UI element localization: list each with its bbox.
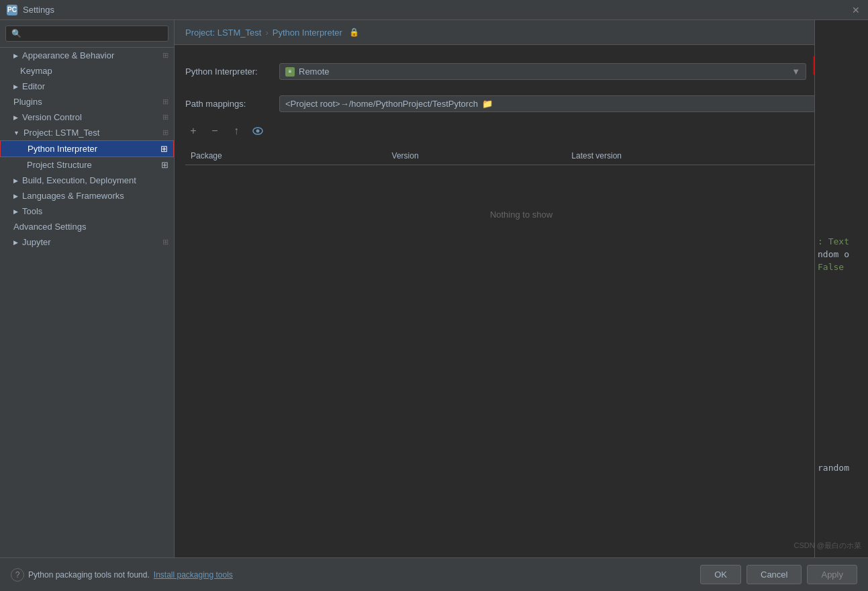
bottom-left: ? Python packaging tools not found. Inst…	[11, 568, 233, 582]
sidebar: ▶ Appearance & Behavior ⊞ Keymap ▶ Edito…	[0, 20, 175, 557]
sidebar-item-appearance-behavior[interactable]: ▶ Appearance & Behavior ⊞	[0, 48, 174, 63]
toggle-eye-button[interactable]	[250, 123, 266, 139]
search-input[interactable]	[5, 26, 168, 42]
pin-icon: ⊞	[162, 113, 168, 122]
pin-icon: ⊞	[162, 97, 168, 106]
search-box	[0, 20, 174, 48]
sidebar-item-label: Plugins	[13, 97, 160, 107]
app-icon: PC	[7, 5, 17, 15]
interpreter-type: Remote	[299, 66, 330, 77]
sidebar-item-languages-frameworks[interactable]: ▶ Languages & Frameworks	[0, 188, 174, 203]
sidebar-item-project-lstm[interactable]: ▼ Project: LSTM_Test ⊞	[0, 125, 174, 140]
sidebar-item-build-execution[interactable]: ▶ Build, Execution, Deployment	[0, 173, 174, 188]
code-line-4: random	[815, 461, 868, 474]
sidebar-item-jupyter[interactable]: ▶ Jupyter ⊞	[0, 234, 174, 250]
col-latest-version: Latest version	[566, 147, 857, 165]
add-package-button[interactable]: +	[185, 123, 201, 139]
sidebar-item-label: Editor	[22, 81, 168, 91]
sidebar-item-version-control[interactable]: ▶ Version Control ⊞	[0, 109, 174, 125]
expand-arrow: ▶	[13, 52, 18, 59]
folder-icon[interactable]: 📁	[482, 99, 493, 109]
main-layout: ▶ Appearance & Behavior ⊞ Keymap ▶ Edito…	[0, 20, 868, 557]
content-area: Project: LSTM_Test › Python Interpreter …	[175, 20, 868, 557]
sidebar-item-label: Languages & Frameworks	[22, 191, 168, 201]
path-mappings-row: Path mappings: <Project root>→/home/Pyth…	[185, 95, 857, 112]
sidebar-item-project-structure[interactable]: Project Structure ⊞	[0, 157, 174, 173]
window-title: Settings	[23, 5, 54, 15]
sidebar-item-label: Python Interpreter	[28, 144, 158, 154]
path-value: <Project root>→/home/PythonProject/TestP…	[285, 99, 478, 109]
dropdown-arrow-icon: ▼	[791, 66, 800, 77]
expand-arrow: ▼	[13, 130, 19, 136]
code-peek-panel: : Text ndom o False random	[814, 20, 868, 557]
remove-package-button[interactable]: −	[207, 123, 223, 139]
ok-button[interactable]: OK	[700, 565, 741, 584]
cancel-button[interactable]: Cancel	[746, 565, 802, 584]
expand-arrow: ▶	[13, 239, 18, 246]
interpreter-content: Python Interpreter: ≡ Remote ▼ Add... Sh…	[175, 45, 868, 557]
col-package: Package	[185, 147, 387, 165]
breadcrumb-page: Python Interpreter	[273, 28, 342, 38]
sidebar-item-editor[interactable]: ▶ Editor	[0, 79, 174, 94]
expand-arrow: ▶	[13, 193, 18, 199]
sidebar-item-label: Keymap	[20, 66, 168, 76]
sidebar-item-plugins[interactable]: Plugins ⊞	[0, 94, 174, 109]
code-line-3: False	[815, 261, 868, 273]
sidebar-item-label: Project Structure	[27, 160, 158, 170]
pin-icon: ⊞	[162, 128, 168, 137]
sidebar-item-label: Advanced Settings	[13, 222, 168, 232]
sidebar-item-label: Tools	[22, 206, 168, 216]
pin-icon: ⊞	[160, 144, 168, 154]
sidebar-item-advanced-settings[interactable]: Advanced Settings	[0, 219, 174, 234]
expand-arrow: ▶	[13, 177, 18, 184]
sidebar-item-label: Appearance & Behavior	[22, 50, 160, 60]
interpreter-dropdown[interactable]: ≡ Remote ▼	[279, 63, 806, 80]
install-link[interactable]: Install packaging tools	[154, 570, 233, 580]
code-line-2: ndom o	[815, 248, 868, 261]
breadcrumb-separator: ›	[265, 28, 268, 38]
sidebar-item-label: Jupyter	[22, 237, 160, 247]
interpreter-field-row: Python Interpreter: ≡ Remote ▼ Add... Sh…	[185, 56, 857, 87]
sidebar-item-label: Build, Execution, Deployment	[22, 175, 168, 185]
breadcrumb-pin: 🔒	[349, 28, 359, 37]
pin-icon: ⊞	[162, 51, 168, 60]
sidebar-item-tools[interactable]: ▶ Tools	[0, 203, 174, 219]
sidebar-item-label: Version Control	[22, 112, 160, 122]
sidebar-item-label: Project: LSTM_Test	[23, 128, 160, 138]
expand-arrow: ▶	[13, 83, 18, 90]
packaging-warning: Python packaging tools not found.	[28, 570, 150, 580]
pin-icon: ⊞	[162, 238, 168, 246]
pin-icon: ⊞	[161, 160, 168, 170]
title-bar-left: PC Settings	[7, 5, 54, 15]
close-button[interactable]: ✕	[851, 5, 861, 15]
help-button[interactable]: ?	[11, 568, 24, 582]
sidebar-item-python-interpreter[interactable]: Python Interpreter ⊞	[0, 140, 174, 157]
breadcrumb-project: Project: LSTM_Test	[185, 28, 261, 38]
packages-toolbar: + − ↑	[185, 120, 857, 142]
bottom-buttons: OK Cancel Apply	[700, 565, 857, 584]
watermark: CSDN @最白のホ菜	[794, 541, 861, 551]
expand-arrow: ▶	[13, 208, 18, 215]
path-mappings-label: Path mappings:	[185, 99, 273, 109]
expand-arrow: ▶	[13, 114, 18, 121]
bottom-bar: ? Python packaging tools not found. Inst…	[0, 557, 868, 591]
empty-message: Nothing to show	[191, 169, 852, 260]
packages-table: Package Version Latest version Nothing t…	[185, 147, 857, 264]
path-mappings-input[interactable]: <Project root>→/home/PythonProject/TestP…	[279, 95, 857, 112]
col-version: Version	[387, 147, 567, 165]
sidebar-item-keymap[interactable]: Keymap	[0, 63, 174, 79]
code-line-1: : Text	[815, 235, 868, 248]
move-up-button[interactable]: ↑	[228, 123, 244, 139]
apply-button[interactable]: Apply	[807, 565, 857, 584]
interpreter-label: Python Interpreter:	[185, 66, 273, 77]
interpreter-type-icon: ≡	[285, 67, 295, 77]
breadcrumb: Project: LSTM_Test › Python Interpreter …	[175, 20, 868, 45]
title-bar: PC Settings ✕	[0, 0, 868, 20]
eye-icon	[252, 127, 263, 135]
svg-point-1	[256, 130, 260, 133]
